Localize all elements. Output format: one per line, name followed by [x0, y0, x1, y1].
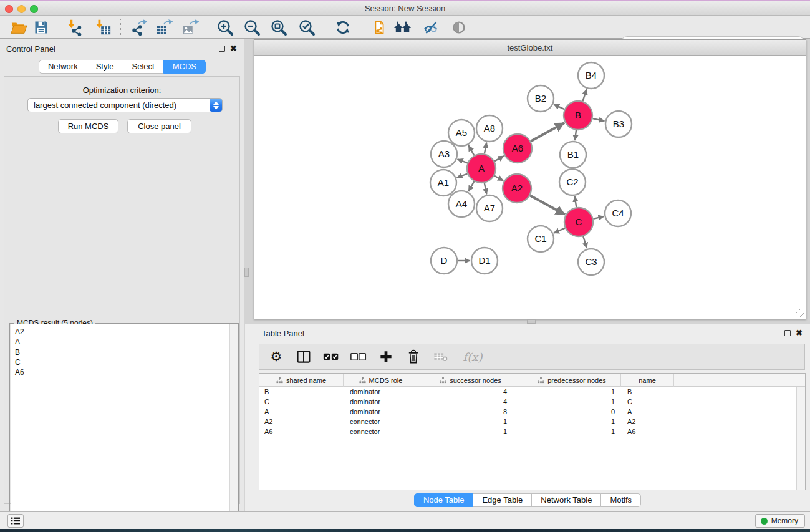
- table-cell[interactable]: B: [621, 387, 674, 397]
- table-cell[interactable]: 1: [523, 397, 621, 407]
- graph-node-C3[interactable]: C3: [578, 249, 604, 275]
- table-cell[interactable]: dominator: [344, 397, 418, 407]
- graph-node-B2[interactable]: B2: [528, 85, 554, 112]
- edge-A2-C[interactable]: [530, 196, 565, 215]
- graph-node-C1[interactable]: C1: [528, 226, 554, 252]
- column-header-shared-name[interactable]: shared name: [259, 374, 344, 387]
- graph-node-A2[interactable]: A2: [503, 174, 531, 203]
- table-cell[interactable]: A: [259, 407, 344, 417]
- hide-all-columns-button[interactable]: [349, 347, 368, 366]
- table-cell[interactable]: 1: [523, 417, 621, 427]
- zoom-in-button[interactable]: [215, 18, 235, 37]
- graph-node-A8[interactable]: A8: [476, 115, 503, 142]
- graph-node-B3[interactable]: B3: [605, 111, 632, 137]
- graph-node-A7[interactable]: A7: [476, 195, 503, 221]
- graph-node-C[interactable]: C: [564, 208, 593, 236]
- table-cell[interactable]: 0: [523, 407, 621, 417]
- table-cell[interactable]: A6: [621, 427, 674, 437]
- table-cell[interactable]: B: [259, 387, 344, 397]
- graph-node-A4[interactable]: A4: [448, 191, 475, 217]
- import-network-button[interactable]: [65, 18, 85, 37]
- tab-mcds[interactable]: MCDS: [163, 60, 206, 74]
- table-cell[interactable]: 1: [418, 417, 523, 427]
- column-header-mcds-role[interactable]: MCDS role: [344, 374, 418, 387]
- table-cell[interactable]: connector: [344, 417, 418, 427]
- column-header-predecessor-nodes[interactable]: predecessor nodes: [523, 374, 621, 387]
- table-row[interactable]: A6connector11A6: [259, 427, 796, 437]
- window-resize-grip[interactable]: [795, 309, 805, 318]
- table-row[interactable]: Bdominator41B: [259, 387, 796, 397]
- zoom-selected-button[interactable]: [297, 18, 317, 37]
- edge-C-C2[interactable]: [575, 196, 577, 208]
- table-cell[interactable]: C: [259, 397, 344, 407]
- graph-node-A[interactable]: A: [467, 154, 496, 183]
- graph-node-D[interactable]: D: [431, 248, 457, 274]
- close-panel-icon[interactable]: ✖: [230, 45, 237, 52]
- edge-A-A8[interactable]: [485, 143, 487, 154]
- tab-style[interactable]: Style: [87, 60, 123, 74]
- zoom-out-button[interactable]: [242, 18, 262, 37]
- save-session-button[interactable]: [31, 18, 51, 37]
- edge-A-A5[interactable]: [468, 145, 474, 155]
- edge-C-C3[interactable]: [583, 236, 587, 248]
- tab-network-table[interactable]: Network Table: [531, 493, 601, 507]
- result-item[interactable]: C: [15, 357, 229, 367]
- close-panel-button[interactable]: Close panel: [127, 119, 191, 133]
- edge-C-C1[interactable]: [554, 228, 565, 233]
- table-cell[interactable]: A: [621, 407, 674, 417]
- column-header-name[interactable]: name: [621, 374, 674, 387]
- graph-node-D1[interactable]: D1: [471, 248, 498, 274]
- tab-edge-table[interactable]: Edge Table: [473, 493, 532, 507]
- table-cell[interactable]: A6: [259, 427, 344, 437]
- result-scrollbar[interactable]: [229, 324, 238, 532]
- edge-A-A4[interactable]: [468, 181, 474, 191]
- memory-button[interactable]: Memory: [755, 514, 805, 528]
- export-table-button[interactable]: [154, 18, 174, 37]
- duplicate-network-button[interactable]: [369, 18, 389, 37]
- edge-A-A3[interactable]: [458, 159, 468, 163]
- export-image-button[interactable]: [180, 18, 200, 37]
- close-table-panel-icon[interactable]: ✖: [796, 329, 803, 336]
- float-table-panel-icon[interactable]: [784, 330, 791, 336]
- task-history-button[interactable]: [7, 514, 24, 528]
- run-mcds-button[interactable]: Run MCDS: [58, 119, 118, 133]
- result-item[interactable]: B: [15, 347, 229, 357]
- delete-columns-button[interactable]: [404, 347, 423, 366]
- column-header-successor-nodes[interactable]: successor nodes: [418, 374, 523, 387]
- show-eye-button[interactable]: [449, 18, 469, 37]
- result-item[interactable]: A: [15, 337, 229, 347]
- table-cell[interactable]: 4: [418, 397, 523, 407]
- table-scrollbar[interactable]: [796, 387, 805, 490]
- table-cell[interactable]: C: [621, 397, 674, 407]
- table-cell[interactable]: connector: [344, 427, 418, 437]
- table-cell[interactable]: A2: [621, 417, 674, 427]
- table-cell[interactable]: 8: [418, 407, 523, 417]
- table-row[interactable]: Cdominator41C: [259, 397, 796, 407]
- export-network-button[interactable]: [128, 18, 148, 37]
- select-columns-button[interactable]: [294, 347, 313, 366]
- apply-layout-button[interactable]: [333, 18, 353, 37]
- result-item[interactable]: A6: [15, 367, 229, 377]
- edge-A-A1[interactable]: [457, 174, 468, 178]
- edge-A-A7[interactable]: [485, 183, 487, 195]
- tab-node-table[interactable]: Node Table: [414, 493, 474, 507]
- optimization-criterion-select[interactable]: largest connected component (directed): [27, 98, 223, 112]
- edge-B-B3[interactable]: [593, 118, 605, 121]
- edge-C-C4[interactable]: [593, 216, 604, 219]
- edge-A-A2[interactable]: [494, 176, 503, 181]
- open-session-button[interactable]: [9, 18, 29, 37]
- graph-node-A5[interactable]: A5: [448, 120, 475, 146]
- edge-B-B4[interactable]: [583, 89, 587, 101]
- graph-node-B1[interactable]: B1: [560, 142, 586, 168]
- graph-node-C4[interactable]: C4: [605, 200, 631, 226]
- table-cell[interactable]: 4: [418, 387, 523, 397]
- home-button[interactable]: [393, 18, 413, 37]
- tab-select[interactable]: Select: [123, 60, 164, 74]
- table-cell[interactable]: 1: [418, 427, 523, 437]
- tab-motifs[interactable]: Motifs: [600, 493, 641, 507]
- graph-node-B4[interactable]: B4: [578, 62, 604, 89]
- network-canvas[interactable]: B4B2BB3A8A5A6A3B1AA1C2A2A4A7C4CC1DD1C3: [254, 56, 806, 319]
- table-cell[interactable]: A2: [259, 417, 344, 427]
- table-row[interactable]: A2connector11A2: [259, 417, 796, 427]
- result-item[interactable]: A2: [15, 327, 229, 337]
